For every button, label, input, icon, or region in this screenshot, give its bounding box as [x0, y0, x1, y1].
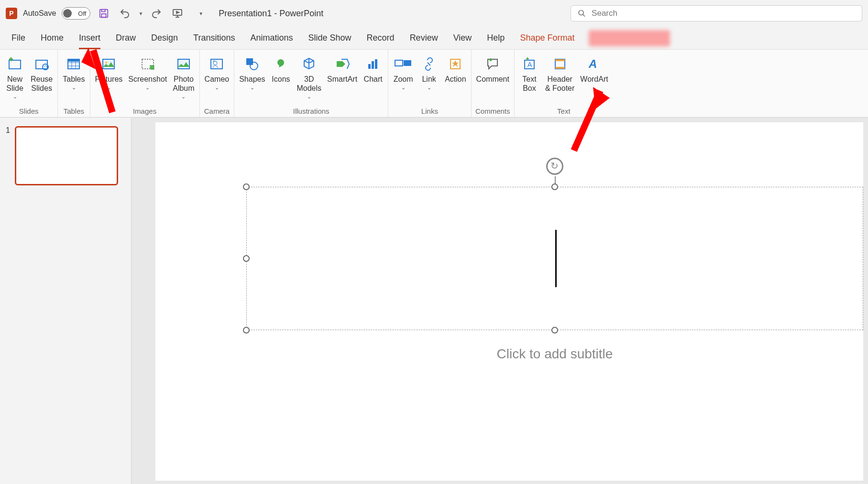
svg-rect-21 — [395, 60, 403, 66]
wordart-button[interactable]: A WordArt⌄ — [578, 53, 610, 93]
svg-rect-28 — [555, 67, 565, 69]
autosave-state-text: Off — [78, 10, 86, 17]
pictures-button[interactable]: Pictures⌄ — [93, 53, 125, 93]
tab-draw[interactable]: Draw — [108, 27, 143, 49]
slide-thumbnail-panel: 1 — [0, 118, 132, 484]
cameo-button[interactable]: P Cameo⌄ — [203, 53, 231, 93]
tab-record[interactable]: Record — [359, 27, 402, 49]
svg-rect-16 — [246, 58, 253, 65]
link-icon — [419, 54, 439, 74]
group-tables: Tables⌄ Tables — [58, 50, 90, 117]
header-footer-icon — [550, 54, 570, 74]
undo-button[interactable] — [117, 6, 132, 21]
svg-text:P: P — [213, 59, 215, 64]
tab-slideshow[interactable]: Slide Show — [301, 27, 359, 49]
comment-button[interactable]: Comment — [474, 53, 511, 86]
group-text: A Text Box Header & Footer A WordArt⌄ Te… — [515, 50, 613, 117]
svg-point-10 — [105, 62, 107, 64]
autosave-toggle[interactable]: Off — [62, 7, 90, 20]
chart-button[interactable]: Chart — [361, 53, 385, 86]
save-button[interactable] — [96, 6, 111, 21]
tab-file[interactable]: File — [4, 27, 33, 49]
3d-models-button[interactable]: 3D Models⌄ — [295, 53, 323, 102]
account-area-redacted — [589, 30, 670, 46]
svg-text:A: A — [527, 61, 532, 68]
link-button[interactable]: Link⌄ — [417, 53, 441, 93]
svg-rect-1 — [102, 14, 106, 17]
svg-rect-27 — [555, 59, 565, 61]
search-box[interactable] — [571, 5, 862, 22]
photo-album-icon — [174, 54, 193, 74]
ribbon-content-insert: New Slide⌄ Reuse Slides Slides Tables⌄ T… — [0, 50, 868, 118]
resize-handle-tl[interactable] — [243, 183, 250, 190]
slide-number: 1 — [6, 126, 10, 185]
svg-rect-19 — [372, 61, 374, 69]
zoom-button[interactable]: Zoom⌄ — [391, 53, 415, 93]
redo-button[interactable] — [149, 6, 164, 21]
photo-album-button[interactable]: Photo Album⌄ — [171, 53, 196, 102]
tab-shape-format[interactable]: Shape Format — [512, 27, 582, 49]
tab-view[interactable]: View — [446, 27, 480, 49]
svg-rect-8 — [68, 59, 79, 62]
search-input[interactable] — [592, 9, 855, 18]
main-area: 1 Click to add subtitle — [0, 118, 868, 484]
ribbon-tabs: File Home Insert Draw Design Transitions… — [0, 27, 868, 50]
cameo-icon: P — [207, 54, 226, 74]
title-bar: P AutoSave Off ▼ ▼ Presentation1 - Power… — [0, 0, 868, 27]
text-box-button[interactable]: A Text Box — [517, 53, 541, 95]
svg-rect-22 — [404, 60, 411, 66]
qat-customize-dropdown[interactable]: ▼ — [198, 11, 203, 16]
chart-icon — [363, 54, 383, 74]
header-footer-button[interactable]: Header & Footer — [543, 53, 576, 95]
title-placeholder-selected[interactable] — [246, 187, 863, 330]
reuse-slides-button[interactable]: Reuse Slides — [29, 53, 55, 95]
screenshot-icon — [138, 54, 157, 74]
tab-transitions[interactable]: Transitions — [186, 27, 242, 49]
present-from-start-button[interactable] — [170, 6, 185, 21]
pictures-icon — [99, 54, 118, 74]
toggle-knob — [63, 9, 72, 18]
slide-thumbnail-1[interactable] — [15, 126, 118, 185]
tab-home[interactable]: Home — [33, 27, 71, 49]
subtitle-placeholder-text: Click to add subtitle — [497, 346, 613, 362]
tab-insert[interactable]: Insert — [71, 27, 108, 49]
slide-canvas-area[interactable]: Click to add subtitle — [132, 118, 868, 484]
new-slide-button[interactable]: New Slide⌄ — [3, 53, 27, 102]
group-illustrations: Shapes⌄ Icons 3D Models⌄ SmartArt Chart … — [234, 50, 388, 117]
svg-rect-18 — [368, 64, 371, 69]
tab-review[interactable]: Review — [402, 27, 446, 49]
reuse-slides-icon — [32, 54, 51, 74]
slide-canvas[interactable]: Click to add subtitle — [155, 122, 863, 481]
svg-point-17 — [250, 62, 258, 70]
group-links: Zoom⌄ Link⌄ Action Links — [388, 50, 471, 117]
tab-animations[interactable]: Animations — [242, 27, 300, 49]
icons-button[interactable]: Icons — [269, 53, 293, 86]
smartart-icon — [333, 54, 352, 74]
resize-handle-ml[interactable] — [243, 255, 250, 262]
tab-design[interactable]: Design — [143, 27, 186, 49]
group-images: Pictures⌄ Screenshot⌄ Photo Album⌄ Image… — [90, 50, 200, 117]
text-cursor — [555, 230, 557, 287]
group-comments: Comment Comments — [472, 50, 515, 117]
shapes-icon — [242, 54, 262, 74]
comment-icon — [483, 54, 502, 74]
icons-icon — [271, 54, 290, 74]
subtitle-placeholder[interactable]: Click to add subtitle — [246, 330, 863, 378]
action-icon — [446, 54, 465, 74]
undo-dropdown[interactable]: ▼ — [138, 11, 143, 16]
screenshot-button[interactable]: Screenshot⌄ — [126, 53, 169, 93]
svg-rect-9 — [103, 59, 114, 69]
svg-rect-12 — [178, 59, 189, 69]
tab-help[interactable]: Help — [479, 27, 512, 49]
svg-point-3 — [579, 11, 583, 15]
smartart-button[interactable]: SmartArt — [325, 53, 359, 86]
resize-handle-tm[interactable] — [551, 183, 558, 190]
table-icon — [64, 54, 83, 74]
shapes-button[interactable]: Shapes⌄ — [237, 53, 267, 93]
rotate-handle[interactable] — [546, 158, 563, 175]
zoom-icon — [394, 54, 413, 74]
action-button[interactable]: Action — [443, 53, 468, 86]
document-title: Presentation1 - PowerPoint — [219, 9, 323, 19]
tables-button[interactable]: Tables⌄ — [61, 53, 87, 93]
svg-rect-20 — [375, 59, 377, 69]
